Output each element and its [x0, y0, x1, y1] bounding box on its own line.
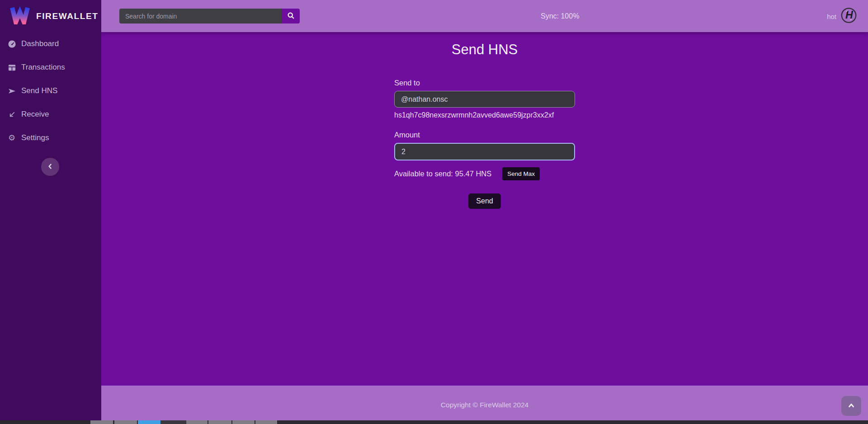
search-input[interactable]	[119, 9, 282, 24]
send-to-input[interactable]	[394, 91, 575, 108]
taskbar-segment[interactable]	[255, 420, 277, 424]
topbar: Sync: 100% hot H	[101, 0, 868, 32]
taskbar-segment[interactable]	[160, 420, 186, 424]
firewallet-w-logo-icon	[9, 6, 30, 26]
sidebar-nav: Dashboard Transactions S	[0, 34, 101, 148]
dashboard-gauge-icon	[7, 39, 16, 48]
taskbar-segment[interactable]	[208, 420, 231, 424]
scroll-to-top-button[interactable]	[841, 396, 861, 416]
chevron-left-icon	[47, 163, 54, 171]
chevron-up-icon	[847, 401, 855, 411]
sidebar-item-label: Send HNS	[21, 86, 57, 95]
send-row: Send	[394, 193, 575, 209]
footer: Copyright © FireWallet 2024	[101, 386, 868, 424]
send-button[interactable]: Send	[468, 193, 500, 209]
sidebar-item-settings[interactable]: ⚙ Settings	[0, 128, 101, 148]
settings-gear-icon: ⚙	[7, 133, 16, 142]
handshake-logo-icon: H	[840, 7, 857, 25]
taskbar[interactable]	[0, 420, 868, 424]
amount-label: Amount	[394, 131, 575, 139]
brand-name: FIREWALLET	[36, 11, 98, 21]
amount-input[interactable]	[394, 143, 575, 160]
send-max-button[interactable]: Send Max	[502, 167, 540, 180]
taskbar-segment[interactable]	[232, 420, 255, 424]
transactions-table-icon	[7, 63, 16, 72]
page-title: Send HNS	[101, 42, 868, 58]
resolved-address: hs1qh7c98nexsrzwrmnh2avved6awe59jzpr3xx2…	[394, 111, 575, 119]
sidebar: FIREWALLET Dashboard	[0, 0, 101, 424]
available-row: Available to send: 95.47 HNS Send Max	[394, 167, 575, 180]
main-column: Sync: 100% hot H Send HNS Send to hs1	[101, 0, 868, 424]
brand: FIREWALLET	[0, 0, 101, 32]
copyright-text: Copyright © FireWallet 2024	[101, 401, 868, 409]
sidebar-item-transactions[interactable]: Transactions	[0, 57, 101, 77]
sidebar-item-label: Dashboard	[21, 39, 59, 48]
app-window: FIREWALLET Dashboard	[0, 0, 868, 424]
taskbar-segment[interactable]	[90, 420, 113, 424]
search-icon	[287, 12, 295, 21]
taskbar-segment[interactable]	[138, 420, 160, 424]
wallet-selector[interactable]: hot H	[827, 7, 857, 25]
sync-status: Sync: 100%	[541, 12, 579, 20]
sidebar-item-label: Receive	[21, 110, 49, 119]
content-area: Send HNS Send to hs1qh7c98nexsrzwrmnh2av…	[101, 32, 868, 386]
available-to-send-text: Available to send: 95.47 HNS	[394, 170, 491, 178]
taskbar-segment[interactable]	[114, 420, 137, 424]
sidebar-item-send-hns[interactable]: Send HNS	[0, 81, 101, 101]
receive-arrow-icon	[7, 110, 16, 119]
sidebar-item-receive[interactable]: Receive	[0, 104, 101, 124]
sidebar-item-dashboard[interactable]: Dashboard	[0, 34, 101, 54]
send-plane-icon	[7, 86, 16, 95]
sidebar-collapse-button[interactable]	[41, 158, 59, 176]
wallet-mode-label: hot	[827, 12, 836, 20]
domain-search	[119, 9, 300, 24]
send-form: Send to hs1qh7c98nexsrzwrmnh2avved6awe59…	[394, 79, 575, 209]
taskbar-segment[interactable]	[186, 420, 208, 424]
send-to-label: Send to	[394, 79, 575, 87]
sidebar-item-label: Transactions	[21, 63, 65, 72]
search-button[interactable]	[282, 9, 300, 24]
sidebar-item-label: Settings	[21, 133, 49, 142]
